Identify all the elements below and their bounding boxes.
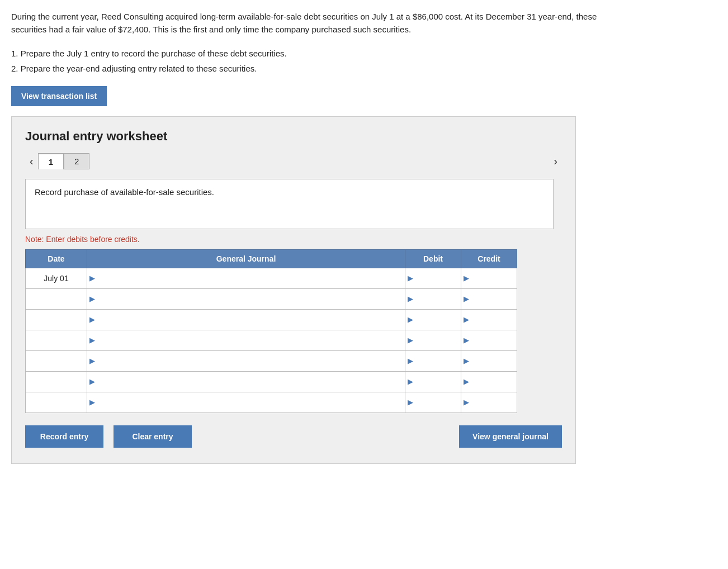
table-row: ▶▶▶ bbox=[26, 288, 517, 309]
journal-cell[interactable]: ▶ bbox=[87, 392, 405, 412]
debit-arrow-icon: ▶ bbox=[405, 398, 414, 406]
date-cell bbox=[26, 392, 87, 412]
debit-input[interactable] bbox=[414, 268, 461, 288]
debit-cell[interactable]: ▶ bbox=[405, 392, 461, 412]
debit-arrow-icon: ▶ bbox=[405, 336, 414, 344]
debit-input[interactable] bbox=[414, 351, 461, 371]
col-header-date: Date bbox=[26, 249, 87, 268]
buttons-row: Record entry Clear entry View general jo… bbox=[25, 425, 562, 448]
table-row: ▶▶▶ bbox=[26, 350, 517, 371]
worksheet-title: Journal entry worksheet bbox=[25, 129, 562, 144]
table-row: July 01▶▶▶ bbox=[26, 268, 517, 288]
journal-cell[interactable]: ▶ bbox=[87, 350, 405, 371]
journal-cell[interactable]: ▶ bbox=[87, 371, 405, 392]
journal-input[interactable] bbox=[96, 289, 405, 309]
debit-input[interactable] bbox=[414, 330, 461, 350]
debit-input[interactable] bbox=[414, 392, 461, 412]
credit-arrow-icon: ▶ bbox=[461, 295, 470, 303]
debit-input[interactable] bbox=[414, 310, 461, 330]
description-text: Record purchase of available-for-sale se… bbox=[35, 187, 214, 197]
debit-arrow-icon: ▶ bbox=[405, 295, 414, 303]
date-cell bbox=[26, 309, 87, 330]
credit-cell[interactable]: ▶ bbox=[461, 392, 517, 412]
table-row: ▶▶▶ bbox=[26, 392, 517, 412]
credit-arrow-icon: ▶ bbox=[461, 398, 470, 406]
credit-arrow-icon: ▶ bbox=[461, 336, 470, 344]
tabs-row: ‹ 1 2 › bbox=[25, 153, 562, 170]
journal-cell[interactable]: ▶ bbox=[87, 288, 405, 309]
debit-cell[interactable]: ▶ bbox=[405, 288, 461, 309]
credit-input[interactable] bbox=[470, 330, 517, 350]
credit-arrow-icon: ▶ bbox=[461, 274, 470, 282]
debit-arrow-icon: ▶ bbox=[405, 357, 414, 365]
task-2: 2. Prepare the year-end adjusting entry … bbox=[11, 61, 717, 76]
credit-input[interactable] bbox=[470, 310, 517, 330]
credit-cell[interactable]: ▶ bbox=[461, 288, 517, 309]
debit-cell[interactable]: ▶ bbox=[405, 350, 461, 371]
row-arrow-icon: ▶ bbox=[87, 295, 96, 303]
credit-input[interactable] bbox=[470, 392, 517, 412]
tab-1[interactable]: 1 bbox=[38, 153, 64, 169]
journal-input[interactable] bbox=[96, 351, 405, 371]
debit-arrow-icon: ▶ bbox=[405, 274, 414, 282]
debit-cell[interactable]: ▶ bbox=[405, 371, 461, 392]
table-row: ▶▶▶ bbox=[26, 309, 517, 330]
view-general-journal-button[interactable]: View general journal bbox=[459, 425, 562, 448]
next-tab-button[interactable]: › bbox=[549, 153, 562, 170]
date-cell bbox=[26, 288, 87, 309]
task-1: 1. Prepare the July 1 entry to record th… bbox=[11, 46, 717, 61]
journal-cell[interactable]: ▶ bbox=[87, 268, 405, 288]
credit-arrow-icon: ▶ bbox=[461, 377, 470, 386]
journal-table: Date General Journal Debit Credit July 0… bbox=[25, 249, 517, 413]
tab-2[interactable]: 2 bbox=[64, 153, 89, 169]
credit-cell[interactable]: ▶ bbox=[461, 371, 517, 392]
debit-arrow-icon: ▶ bbox=[405, 377, 414, 386]
journal-input[interactable] bbox=[96, 372, 405, 392]
date-cell: July 01 bbox=[26, 268, 87, 288]
credit-cell[interactable]: ▶ bbox=[461, 350, 517, 371]
note-text: Note: Enter debits before credits. bbox=[25, 235, 562, 244]
credit-input[interactable] bbox=[470, 372, 517, 392]
debit-cell[interactable]: ▶ bbox=[405, 309, 461, 330]
worksheet-container: Journal entry worksheet ‹ 1 2 › Record p… bbox=[11, 116, 576, 464]
table-row: ▶▶▶ bbox=[26, 371, 517, 392]
journal-input[interactable] bbox=[96, 392, 405, 412]
col-header-journal: General Journal bbox=[87, 249, 405, 268]
credit-arrow-icon: ▶ bbox=[461, 315, 470, 324]
credit-cell[interactable]: ▶ bbox=[461, 309, 517, 330]
credit-input[interactable] bbox=[470, 268, 517, 288]
credit-cell[interactable]: ▶ bbox=[461, 330, 517, 350]
row-arrow-icon: ▶ bbox=[87, 377, 96, 386]
credit-cell[interactable]: ▶ bbox=[461, 268, 517, 288]
date-cell bbox=[26, 350, 87, 371]
journal-input[interactable] bbox=[96, 310, 405, 330]
intro-paragraph: During the current year, Reed Consulting… bbox=[11, 10, 626, 36]
credit-arrow-icon: ▶ bbox=[461, 357, 470, 365]
row-arrow-icon: ▶ bbox=[87, 398, 96, 406]
debit-arrow-icon: ▶ bbox=[405, 315, 414, 324]
debit-input[interactable] bbox=[414, 372, 461, 392]
credit-input[interactable] bbox=[470, 289, 517, 309]
table-row: ▶▶▶ bbox=[26, 330, 517, 350]
row-arrow-icon: ▶ bbox=[87, 357, 96, 365]
description-box: Record purchase of available-for-sale se… bbox=[25, 179, 554, 229]
date-cell bbox=[26, 371, 87, 392]
journal-input[interactable] bbox=[96, 268, 405, 288]
prev-tab-button[interactable]: ‹ bbox=[25, 153, 38, 170]
clear-entry-button[interactable]: Clear entry bbox=[114, 425, 192, 448]
col-header-debit: Debit bbox=[405, 249, 461, 268]
view-transactions-button[interactable]: View transaction list bbox=[11, 86, 107, 106]
record-entry-button[interactable]: Record entry bbox=[25, 425, 103, 448]
debit-cell[interactable]: ▶ bbox=[405, 330, 461, 350]
tasks-section: 1. Prepare the July 1 entry to record th… bbox=[11, 46, 717, 76]
journal-cell[interactable]: ▶ bbox=[87, 330, 405, 350]
journal-input[interactable] bbox=[96, 330, 405, 350]
row-arrow-icon: ▶ bbox=[87, 274, 96, 282]
debit-cell[interactable]: ▶ bbox=[405, 268, 461, 288]
row-arrow-icon: ▶ bbox=[87, 315, 96, 324]
debit-input[interactable] bbox=[414, 289, 461, 309]
credit-input[interactable] bbox=[470, 351, 517, 371]
col-header-credit: Credit bbox=[461, 249, 517, 268]
journal-cell[interactable]: ▶ bbox=[87, 309, 405, 330]
row-arrow-icon: ▶ bbox=[87, 336, 96, 344]
